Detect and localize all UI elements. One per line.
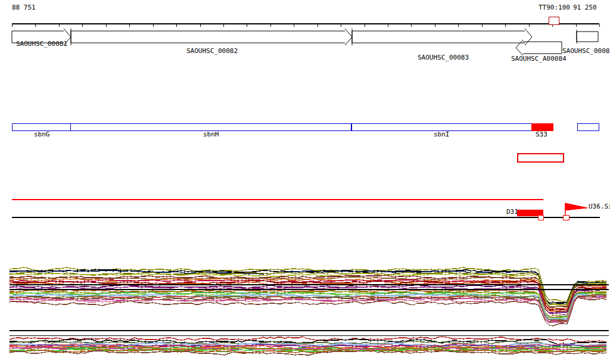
- cds-segment-label: sbnI: [434, 131, 450, 138]
- gene-label: SAOUHSC_00081: [16, 41, 67, 47]
- d31-label: D31: [506, 209, 518, 215]
- cds-track-box[interactable]: [12, 123, 533, 131]
- red-outline-feature[interactable]: [517, 153, 564, 163]
- cds-segment-label: sbnH: [203, 131, 219, 138]
- gene-arrow[interactable]: [577, 30, 598, 43]
- gene-arrow[interactable]: [352, 29, 532, 45]
- red-track-line: [12, 199, 543, 200]
- cds-segment-label: S33: [536, 131, 547, 138]
- gene-label: SAOUHSC_00084: [562, 48, 610, 54]
- flag-label: U36.Sig: [589, 203, 610, 210]
- cds-segment-divider: [70, 123, 71, 131]
- sequence-base-line: [12, 217, 600, 218]
- gene-label: SAOUHSC_A00084: [511, 55, 567, 62]
- gene-label: SAOUHSC_00083: [418, 54, 469, 61]
- genome-browser-view: 88 751 TT90:100 91 250 SAOUHSC_00081SAOU…: [0, 0, 610, 364]
- cds-segment-label: sbnG: [34, 131, 50, 138]
- cds-segment-divider: [351, 123, 352, 131]
- cds-extra-box[interactable]: [577, 123, 599, 131]
- flag-triangle[interactable]: [565, 203, 587, 210]
- gene-arrow[interactable]: [516, 40, 562, 55]
- flag-handle-square[interactable]: [563, 215, 569, 220]
- d31-handle-square[interactable]: [538, 215, 544, 220]
- gene-arrow[interactable]: [71, 29, 352, 45]
- gene-label: SAOUHSC_00082: [186, 48, 238, 54]
